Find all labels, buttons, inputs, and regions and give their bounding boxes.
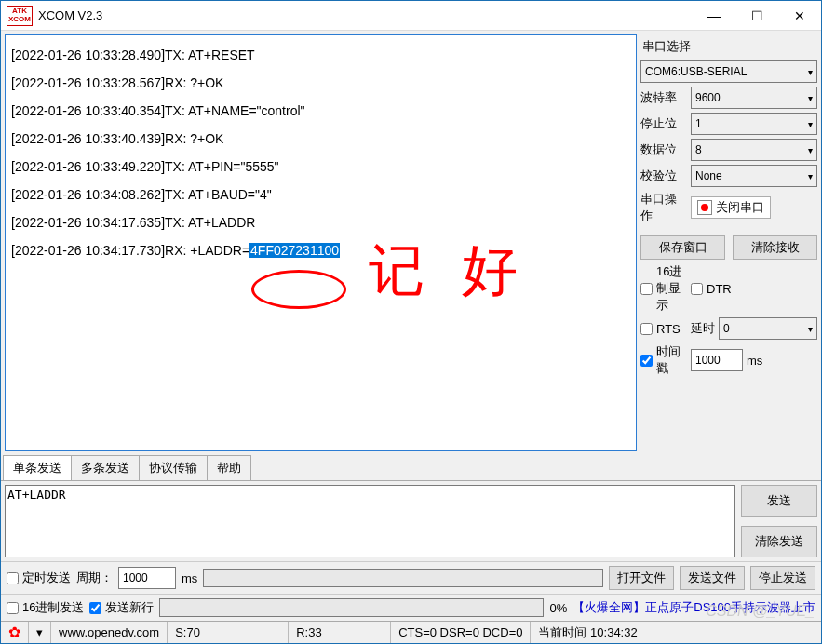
send-newline-checkbox[interactable]: 发送新行 <box>89 599 154 616</box>
tab-multi-send[interactable]: 多条发送 <box>71 455 140 480</box>
port-select[interactable]: COM6:USB-SERIAL▾ <box>640 60 817 83</box>
chevron-down-icon: ▾ <box>808 119 813 129</box>
file-path-display <box>203 569 603 587</box>
log-line: [2022-01-26 10:33:40.439]RX: ?+OK <box>11 125 630 153</box>
terminal-output[interactable]: [2022-01-26 10:33:28.490]TX: AT+RESET [2… <box>5 34 637 451</box>
baud-label: 波特率 <box>640 89 687 106</box>
port-section-label: 串口选择 <box>640 34 817 57</box>
timestamp-checkbox[interactable]: 时间戳 <box>640 343 687 377</box>
highlighted-addr[interactable]: 4FF027231100 <box>249 243 340 258</box>
delay-label: 延时 <box>691 320 715 337</box>
hex-display-checkbox[interactable]: 16进制显示 <box>640 263 687 314</box>
data-label: 数据位 <box>640 141 687 158</box>
baud-select[interactable]: 9600▾ <box>691 87 817 109</box>
chevron-down-icon: ▾ <box>808 93 813 103</box>
dropdown-icon[interactable]: ▾ <box>29 622 51 643</box>
app-logo: ATKXCOM <box>7 6 33 26</box>
ms-label: ms <box>747 354 762 368</box>
chevron-down-icon: ▾ <box>808 171 813 181</box>
clear-send-button[interactable]: 清除发送 <box>741 526 817 557</box>
close-button[interactable]: ✕ <box>778 2 821 30</box>
stop-select[interactable]: 1▾ <box>691 113 817 135</box>
url-link[interactable]: www.openedv.com <box>51 622 168 643</box>
status-signals: CTS=0 DSR=0 DCD=0 <box>391 622 531 643</box>
timed-send-checkbox[interactable]: 定时发送 <box>7 570 71 586</box>
ms-label: ms <box>182 571 197 585</box>
status-time: 当前时间 10:34:32 <box>531 622 644 643</box>
tab-single-send[interactable]: 单条发送 <box>3 455 72 480</box>
tab-protocol[interactable]: 协议传输 <box>139 455 208 480</box>
save-window-button[interactable]: 保存窗口 <box>640 235 725 260</box>
status-s: S:70 <box>168 622 289 643</box>
send-file-button[interactable]: 发送文件 <box>680 566 745 590</box>
log-line: [2022-01-26 10:33:40.354]TX: AT+NAME="co… <box>11 97 630 125</box>
timestamp-input[interactable] <box>691 349 743 371</box>
op-label: 串口操作 <box>640 191 687 224</box>
annotation-circle <box>251 270 346 309</box>
gear-icon[interactable]: ✿ <box>1 622 29 643</box>
log-line: [2022-01-26 10:34:17.635]TX: AT+LADDR <box>11 208 630 236</box>
stop-label: 停止位 <box>640 115 687 132</box>
period-input[interactable] <box>118 567 176 589</box>
progress-bar <box>159 598 544 617</box>
settings-panel: 串口选择 COM6:USB-SERIAL▾ 波特率9600▾ 停止位1▾ 数据位… <box>640 34 817 451</box>
progress-text: 0% <box>549 601 567 615</box>
chevron-down-icon: ▾ <box>808 67 813 77</box>
rts-checkbox[interactable]: RTS <box>640 322 687 336</box>
delay-select[interactable]: 0▾ <box>719 317 817 340</box>
period-label: 周期： <box>76 570 113 586</box>
parity-label: 校验位 <box>640 168 687 184</box>
log-line: [2022-01-26 10:33:28.490]TX: AT+RESET <box>11 41 630 69</box>
send-button[interactable]: 发送 <box>741 485 817 517</box>
status-r: R:33 <box>289 622 391 643</box>
tab-help[interactable]: 帮助 <box>207 455 251 480</box>
status-bar: ✿ ▾ www.openedv.com S:70 R:33 CTS=0 DSR=… <box>1 621 821 643</box>
log-line: [2022-01-26 10:33:28.567]RX: ?+OK <box>11 69 630 97</box>
log-line: [2022-01-26 10:33:49.220]TX: AT+PIN="555… <box>11 153 630 181</box>
titlebar: ATKXCOM XCOM V2.3 — ☐ ✕ <box>1 1 821 31</box>
status-dot-icon <box>697 200 712 215</box>
log-line: [2022-01-26 10:34:17.730]RX: +LADDR=4FF0… <box>11 236 630 264</box>
close-port-button[interactable]: 关闭串口 <box>691 196 771 219</box>
send-input[interactable] <box>5 485 735 557</box>
chevron-down-icon: ▾ <box>808 145 813 155</box>
stop-send-button[interactable]: 停止发送 <box>750 566 815 590</box>
hex-send-checkbox[interactable]: 16进制发送 <box>7 599 84 616</box>
clear-rx-button[interactable]: 清除接收 <box>733 235 817 260</box>
ad-link[interactable]: 【火爆全网】正点原子DS100手持示波器上市 <box>573 599 815 616</box>
minimize-button[interactable]: — <box>693 2 735 30</box>
log-line: [2022-01-26 10:34:08.262]TX: AT+BAUD="4" <box>11 181 630 208</box>
maximize-button[interactable]: ☐ <box>735 2 778 30</box>
parity-select[interactable]: None▾ <box>691 165 817 187</box>
chevron-down-icon: ▾ <box>808 324 813 334</box>
tabs: 单条发送 多条发送 协议传输 帮助 <box>1 455 821 481</box>
data-select[interactable]: 8▾ <box>691 139 817 161</box>
open-file-button[interactable]: 打开文件 <box>609 566 674 590</box>
window-title: XCOM V2.3 <box>38 8 693 22</box>
dtr-checkbox[interactable]: DTR <box>691 282 737 296</box>
